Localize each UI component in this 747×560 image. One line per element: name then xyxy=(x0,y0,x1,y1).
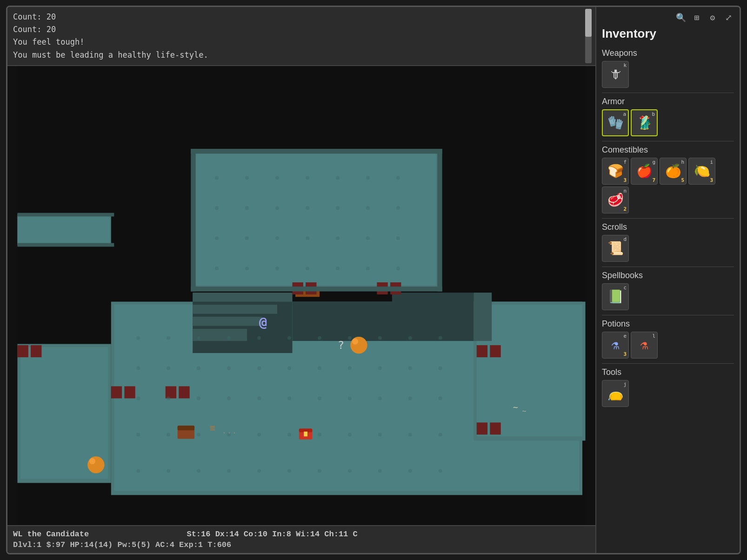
item-key-h: h xyxy=(681,159,684,165)
item-key-a: a xyxy=(623,111,626,117)
svg-point-59 xyxy=(306,267,309,270)
status-line-1: WL the Candidate St:16 Dx:14 Co:10 In:8 … xyxy=(13,530,590,539)
svg-point-92 xyxy=(348,396,352,400)
inv-item-g[interactable]: g🍎7 xyxy=(631,158,658,185)
item-key-f: f xyxy=(623,159,627,165)
svg-point-127 xyxy=(352,339,358,345)
svg-point-114 xyxy=(348,469,352,473)
game-area[interactable]: Count: 20 Count: 20 You feel tough! You … xyxy=(7,7,595,553)
svg-rect-138 xyxy=(178,426,194,430)
inv-item-n[interactable]: n🥩2 xyxy=(602,187,629,213)
item-icon-sword: 🗡 xyxy=(609,68,622,81)
svg-rect-12 xyxy=(477,305,582,436)
scroll-thumb xyxy=(585,9,592,37)
svg-point-111 xyxy=(257,469,261,473)
inv-item-c[interactable]: c📗 xyxy=(602,283,629,310)
message-panel: Count: 20 Count: 20 You feel tough! You … xyxy=(7,7,595,66)
svg-point-67 xyxy=(257,336,261,340)
svg-point-44 xyxy=(275,206,279,210)
svg-point-90 xyxy=(287,396,291,400)
svg-rect-134 xyxy=(304,432,307,436)
inv-section-label-potions: Potions xyxy=(602,319,734,329)
character-name: WL the Candidate xyxy=(13,530,89,539)
svg-point-105 xyxy=(408,433,412,436)
inv-item-a[interactable]: a🧤 xyxy=(602,109,629,136)
item-icon-potion-blue: ⚗ xyxy=(612,339,620,352)
svg-rect-32 xyxy=(490,422,500,434)
svg-point-50 xyxy=(245,236,249,240)
message-scrollbar[interactable] xyxy=(585,9,592,63)
inventory-title: Inventory xyxy=(602,27,734,41)
svg-point-65 xyxy=(197,336,200,340)
item-key-j: j xyxy=(623,381,627,387)
item-icon-orange: 🍊 xyxy=(665,165,681,178)
inv-item-e[interactable]: e⚗3 xyxy=(602,332,629,359)
game-window: Count: 20 Count: 20 You feel tough! You … xyxy=(6,6,741,554)
svg-point-37 xyxy=(275,176,279,180)
svg-point-82 xyxy=(378,366,382,370)
item-key-g: g xyxy=(652,159,655,165)
inventory-panel: 🔍 ⊞ ⚙ ⤢ Inventory Weaponsk🗡Armora🧤b🥻Come… xyxy=(595,7,740,553)
item-count-e: 3 xyxy=(623,351,627,357)
item-key-b: b xyxy=(652,111,655,117)
search-icon[interactable]: 🔍 xyxy=(675,12,687,23)
item-count-h: 5 xyxy=(681,177,684,183)
inv-item-j[interactable]: j👝 xyxy=(602,380,629,407)
grid-icon[interactable]: ⊞ xyxy=(691,12,702,23)
gear-icon[interactable]: ⚙ xyxy=(707,12,718,23)
item-icon-lemon: 🍋 xyxy=(694,165,710,178)
svg-point-55 xyxy=(396,236,400,240)
svg-point-71 xyxy=(378,336,382,340)
svg-point-48 xyxy=(396,206,400,210)
svg-point-35 xyxy=(215,176,219,180)
svg-point-80 xyxy=(318,366,321,370)
svg-rect-31 xyxy=(477,422,487,434)
svg-point-85 xyxy=(136,396,140,400)
inv-item-d[interactable]: d📜 xyxy=(602,235,629,262)
svg-point-77 xyxy=(227,366,231,370)
svg-point-117 xyxy=(439,469,442,473)
inv-item-i[interactable]: i🍋3 xyxy=(688,158,715,185)
inv-divider xyxy=(602,267,734,267)
message-line-1: Count: 20 xyxy=(13,11,590,23)
svg-point-53 xyxy=(336,236,340,240)
item-key-k: k xyxy=(623,62,627,68)
svg-point-84 xyxy=(439,366,442,370)
expand-icon[interactable]: ⤢ xyxy=(723,12,734,23)
inv-item-k[interactable]: k🗡 xyxy=(602,61,629,88)
svg-rect-119 xyxy=(191,287,442,291)
inv-section-items-spellbooks: c📗 xyxy=(602,283,734,310)
status-line-2: Dlvl:1 $:97 HP:14(14) Pw:5(5) AC:4 Exp:1… xyxy=(13,540,590,549)
svg-point-64 xyxy=(167,336,170,340)
svg-point-63 xyxy=(136,336,140,340)
svg-rect-122 xyxy=(17,213,114,216)
inv-divider xyxy=(602,363,734,364)
svg-point-45 xyxy=(306,206,309,210)
svg-point-81 xyxy=(348,366,352,370)
svg-rect-17 xyxy=(193,317,262,326)
svg-point-56 xyxy=(215,267,219,270)
svg-point-104 xyxy=(378,433,382,436)
inv-item-b[interactable]: b🥻 xyxy=(631,109,658,136)
inv-section-items-potions: e⚗3l⚗ xyxy=(602,332,734,359)
svg-point-86 xyxy=(167,396,170,400)
svg-rect-2 xyxy=(196,153,436,285)
svg-point-40 xyxy=(366,176,370,180)
inv-item-l[interactable]: l⚗ xyxy=(631,332,658,359)
inv-section-label-armor: Armor xyxy=(602,97,734,107)
svg-point-101 xyxy=(287,433,291,436)
dungeon-map[interactable]: @ ? ≡ ... xyxy=(7,66,595,525)
svg-point-109 xyxy=(197,469,200,473)
message-line-2: Count: 20 xyxy=(13,23,590,36)
item-key-c: c xyxy=(623,285,627,291)
svg-point-88 xyxy=(227,396,231,400)
item-icon-potion-red: ⚗ xyxy=(640,339,648,352)
svg-point-57 xyxy=(245,267,249,270)
svg-rect-120 xyxy=(191,149,195,292)
svg-point-76 xyxy=(197,366,200,370)
inv-item-f[interactable]: f🍞3 xyxy=(602,158,629,185)
svg-rect-16 xyxy=(193,305,277,313)
svg-point-102 xyxy=(318,433,321,436)
item-key-l: l xyxy=(652,333,655,339)
inv-item-h[interactable]: h🍊5 xyxy=(660,158,687,185)
